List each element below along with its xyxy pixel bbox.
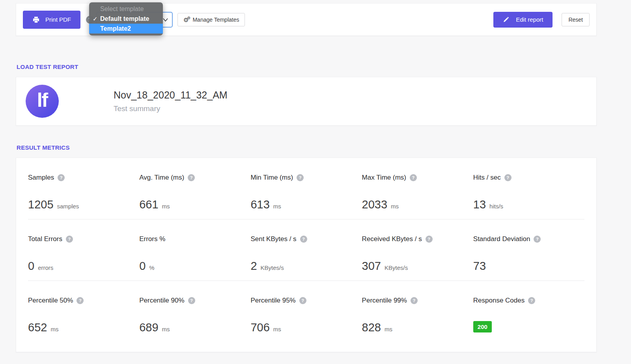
metric-percentile-99: Percentile 99%? 828ms <box>362 297 473 334</box>
metric-label: Percentile 99% <box>362 297 407 305</box>
metric-label: Errors % <box>139 235 165 243</box>
logo-text: lf <box>37 89 48 111</box>
metric-unit: hits/s <box>489 203 503 210</box>
metric-unit: ms <box>273 326 281 332</box>
metric-value: 652 <box>28 321 47 334</box>
metric-label: Response Codes <box>473 297 525 305</box>
metric-unit: samples <box>57 203 79 210</box>
help-icon[interactable]: ? <box>504 174 512 181</box>
metric-value: 706 <box>250 321 269 334</box>
metric-label: Percentile 90% <box>139 297 184 305</box>
metric-value: 0 <box>139 260 146 273</box>
report-title: Nov_18_2020_11_32_AM <box>114 89 228 101</box>
metric-label: Sent KBytes / s <box>250 235 296 243</box>
metric-sent-kbytes: Sent KBytes / s? 2KBytes/s <box>250 235 362 273</box>
print-pdf-button[interactable]: Print PDF <box>23 11 80 29</box>
manage-templates-label: Manage Templates <box>192 17 239 23</box>
metric-label: Avg. Time (ms) <box>139 174 184 182</box>
loadfocus-logo: lf <box>26 85 59 118</box>
metric-unit: KBytes/s <box>261 264 284 271</box>
help-icon[interactable]: ? <box>528 297 535 304</box>
metric-unit: ms <box>391 203 399 210</box>
metric-label: Total Errors <box>28 235 62 243</box>
metric-unit: ms <box>385 326 392 332</box>
metric-total-errors: Total Errors? 0errors <box>28 235 139 273</box>
gears-icon: ⚙⚙ <box>183 16 189 24</box>
metric-max-time: Max Time (ms)? 2033ms <box>362 174 473 211</box>
metric-standard-deviation: Standard Deviation? 73 <box>473 235 584 273</box>
metric-label: Standard Deviation <box>473 235 530 243</box>
metric-unit: ms <box>162 203 170 210</box>
report-header-card: lf Nov_18_2020_11_32_AM Test summary <box>16 77 597 126</box>
metric-label: Hits / sec <box>473 174 501 182</box>
edit-report-label: Edit report <box>516 16 543 23</box>
metric-value: 0 <box>28 260 34 273</box>
pencil-icon <box>503 16 510 23</box>
metric-value: 2 <box>250 260 257 273</box>
manage-templates-button[interactable]: ⚙⚙ Manage Templates <box>177 13 245 26</box>
metric-hits-per-sec: Hits / sec? 13hits/s <box>473 174 584 211</box>
reset-button[interactable]: Reset <box>562 13 590 26</box>
report-header-text: Nov_18_2020_11_32_AM Test summary <box>114 89 228 113</box>
help-icon[interactable]: ? <box>410 174 417 181</box>
metric-received-kbytes: Received KBytes / s? 307KBytes/s <box>362 235 473 273</box>
help-icon[interactable]: ? <box>411 297 418 304</box>
edit-report-button[interactable]: Edit report <box>493 12 553 28</box>
help-icon[interactable]: ? <box>534 236 541 243</box>
metric-percentile-95: Percentile 95%? 706ms <box>250 297 362 334</box>
metric-label: Min Time (ms) <box>250 174 293 182</box>
help-icon[interactable]: ? <box>297 174 304 181</box>
metric-percentile-90: Percentile 90%? 689ms <box>139 297 250 334</box>
metric-samples: Samples? 1205samples <box>28 174 139 211</box>
help-icon[interactable]: ? <box>188 297 195 304</box>
help-icon[interactable]: ? <box>299 297 306 304</box>
metrics-row-3: Percentile 50%? 652ms Percentile 90%? 68… <box>28 280 584 352</box>
metric-value: 13 <box>473 198 486 211</box>
metric-value: 73 <box>473 260 486 273</box>
metric-value: 661 <box>139 198 158 211</box>
report-toolbar: Print PDF ? ⚙⚙ Manage Templates Edit rep… <box>16 3 597 36</box>
metric-label: Max Time (ms) <box>362 174 406 182</box>
metric-unit: errors <box>38 264 53 271</box>
metric-response-codes: Response Codes? 200 <box>473 297 584 334</box>
metric-unit: KBytes/s <box>385 264 408 271</box>
metric-value: 613 <box>250 198 269 211</box>
metric-avg-time: Avg. Time (ms)? 661ms <box>139 174 250 211</box>
result-metrics-heading: RESULT METRICS <box>17 126 596 151</box>
metric-label: Samples <box>28 174 54 182</box>
metric-min-time: Min Time (ms)? 613ms <box>250 174 362 211</box>
load-test-report-heading: LOAD TEST REPORT <box>17 36 596 70</box>
metric-label: Percentile 95% <box>250 297 295 305</box>
help-icon[interactable]: ? <box>77 297 84 304</box>
dropdown-option-default-template[interactable]: ✓ Default template <box>89 14 163 24</box>
metric-unit: ms <box>162 326 170 332</box>
help-icon[interactable]: ? <box>300 236 307 243</box>
checkmark-icon: ✓ <box>93 14 98 24</box>
dropdown-option-select-template: Select template <box>89 4 163 14</box>
page-content: Print PDF ? ⚙⚙ Manage Templates Edit rep… <box>16 3 597 352</box>
reset-label: Reset <box>568 17 583 23</box>
metric-label: Percentile 50% <box>28 297 73 305</box>
metric-label: Received KBytes / s <box>362 235 422 243</box>
status-badge-200: 200 <box>473 321 492 332</box>
metric-errors-pct: Errors % 0% <box>139 235 250 273</box>
result-metrics-card: Samples? 1205samples Avg. Time (ms)? 661… <box>16 158 597 352</box>
metric-value: 2033 <box>362 198 388 211</box>
help-icon[interactable]: ? <box>58 174 65 181</box>
metrics-row-1: Samples? 1205samples Avg. Time (ms)? 661… <box>28 158 584 219</box>
metric-value: 689 <box>139 321 158 334</box>
dropdown-option-template2[interactable]: Template2 <box>89 24 163 33</box>
metric-unit: % <box>149 264 154 271</box>
help-icon[interactable]: ? <box>426 236 433 243</box>
toolbar-right-group: Edit report Reset <box>493 12 590 28</box>
metric-value: 1205 <box>28 198 54 211</box>
report-subtitle: Test summary <box>114 104 228 113</box>
help-icon[interactable]: ? <box>66 236 73 243</box>
metric-value: 307 <box>362 260 381 273</box>
chevron-down-icon <box>163 18 168 22</box>
metric-unit: ms <box>50 326 58 332</box>
metrics-row-2: Total Errors? 0errors Errors % 0% Sent K… <box>28 219 584 280</box>
help-icon[interactable]: ? <box>188 174 195 181</box>
metric-unit: ms <box>273 203 281 210</box>
printer-icon <box>32 16 40 23</box>
